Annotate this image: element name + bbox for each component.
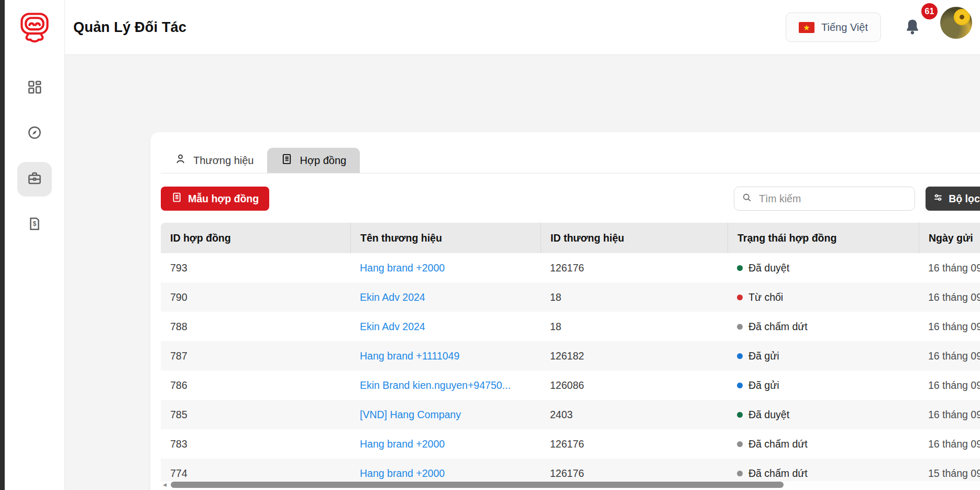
app-logo-robot-icon[interactable] [18, 10, 51, 45]
sidebar-item-billing[interactable]: $ [17, 208, 52, 242]
topbar: Quản Lý Đối Tác ★ Tiếng Việt 61 [65, 0, 980, 55]
cell-status: Đã duyệt [728, 409, 919, 421]
status-label: Từ chối [748, 291, 783, 303]
cell-sent-date: 16 tháng 09, 20 [919, 409, 980, 421]
status-dot-icon [737, 441, 743, 447]
window-edge-strip [0, 0, 5, 490]
brand-link[interactable]: [VND] Hang Company [360, 409, 461, 420]
filter-button[interactable]: Bộ lọc [926, 187, 980, 211]
horizontal-scrollbar-thumb[interactable] [171, 482, 784, 488]
contract-document-icon [281, 153, 293, 168]
col-header-brand-name: Tên thương hiệu [350, 223, 541, 253]
status-dot-icon [737, 324, 743, 330]
brand-link[interactable]: Hang brand +2000 [360, 438, 445, 450]
cell-status: Từ chối [728, 291, 919, 303]
cell-contract-id: 785 [161, 409, 350, 421]
sidebar-item-explore[interactable] [17, 116, 52, 151]
brand-link[interactable]: Ekin Brand kien.nguyen+94750... [360, 379, 511, 391]
table-row[interactable]: 786 Ekin Brand kien.nguyen+94750... 1260… [161, 371, 980, 400]
status-label: Đã chấm dứt [748, 467, 808, 480]
user-avatar[interactable] [940, 7, 972, 39]
brand-link[interactable]: Hang brand +1111049 [360, 350, 459, 362]
status-dot-icon [737, 265, 743, 271]
vietnam-flag-icon: ★ [799, 22, 814, 33]
table-row[interactable]: 774 Hang brand +2000 126176 Đã chấm dứt … [161, 459, 980, 482]
contract-template-button[interactable]: Mẫu hợp đồng [161, 187, 269, 211]
status-dot-icon [737, 471, 743, 476]
sidebar-item-dashboard[interactable] [17, 71, 52, 105]
person-icon [174, 153, 186, 168]
cell-status: Đã chấm dứt [728, 321, 919, 333]
cell-contract-id: 786 [161, 379, 350, 391]
status-label: Đã duyệt [748, 409, 789, 421]
table-row[interactable]: 787 Hang brand +1111049 126182 Đã gửi 16… [161, 341, 980, 371]
cell-sent-date: 16 tháng 09, 20 [919, 438, 980, 450]
status-label: Đã chấm dứt [748, 438, 808, 450]
cell-contract-id: 790 [161, 291, 350, 303]
cell-contract-id: 783 [161, 438, 350, 450]
cell-brand-id: 2403 [541, 409, 728, 421]
content-background: Thương hiệu Hợp đồng [65, 55, 980, 490]
sidebar: $ [5, 0, 65, 490]
briefcase-icon [27, 170, 42, 188]
contract-template-button-label: Mẫu hợp đồng [188, 193, 259, 205]
tab-brands[interactable]: Thương hiệu [161, 148, 267, 173]
table-row[interactable]: 790 Ekin Adv 2024 18 Từ chối 16 tháng 09… [161, 282, 980, 312]
tabs-row: Thương hiệu Hợp đồng [161, 148, 980, 173]
col-header-brand-id: ID thương hiệu [541, 223, 728, 253]
status-dot-icon [737, 353, 743, 359]
status-label: Đã duyệt [748, 262, 789, 274]
cell-sent-date: 15 tháng 09, 20 [919, 467, 980, 480]
notification-count-badge: 61 [920, 2, 939, 21]
table-row[interactable]: 783 Hang brand +2000 126176 Đã chấm dứt … [161, 429, 980, 459]
status-dot-icon [737, 295, 743, 300]
scroll-left-arrow-icon[interactable]: ◀ [163, 482, 167, 488]
search-icon [742, 192, 752, 205]
dashboard-grid-icon [27, 79, 42, 97]
tab-contracts[interactable]: Hợp đồng [267, 148, 360, 173]
cell-brand-id: 18 [541, 321, 728, 333]
cell-brand-name: Hang brand +2000 [350, 467, 541, 480]
table-row[interactable]: 785 [VND] Hang Company 2403 Đã duyệt 16 … [161, 400, 980, 429]
cell-brand-name: Ekin Brand kien.nguyen+94750... [350, 379, 541, 391]
cell-contract-id: 793 [161, 262, 350, 274]
compass-icon [27, 125, 42, 143]
filter-button-label: Bộ lọc [949, 193, 980, 205]
language-label: Tiếng Việt [821, 21, 868, 34]
search-input[interactable] [758, 192, 907, 205]
cell-status: Đã chấm dứt [728, 438, 919, 450]
cell-brand-id: 126176 [541, 438, 728, 450]
status-label: Đã gửi [748, 350, 779, 362]
table-row[interactable]: 793 Hang brand +2000 126176 Đã duyệt 16 … [161, 253, 980, 282]
brand-link[interactable]: Ekin Adv 2024 [360, 321, 425, 332]
table-header-row: ID hợp đồng Tên thương hiệu ID thương hi… [161, 223, 980, 253]
cell-status: Đã duyệt [728, 262, 919, 274]
cell-brand-name: Hang brand +2000 [350, 438, 541, 450]
cell-sent-date: 16 tháng 09, 20 [919, 321, 980, 333]
status-label: Đã gửi [748, 379, 779, 391]
app-window: $ Quản Lý Đối Tác ★ Tiếng Việt 61 [0, 0, 980, 490]
cell-status: Đã chấm dứt [728, 467, 919, 480]
language-selector-button[interactable]: ★ Tiếng Việt [786, 13, 881, 42]
brand-link[interactable]: Hang brand +2000 [360, 262, 445, 274]
cell-sent-date: 16 tháng 09, 20 [919, 291, 980, 303]
status-dot-icon [737, 383, 743, 388]
invoice-dollar-icon: $ [27, 216, 42, 234]
cell-brand-id: 126086 [541, 379, 728, 391]
cell-contract-id: 787 [161, 350, 350, 362]
table-row[interactable]: 788 Ekin Adv 2024 18 Đã chấm dứt 16 thán… [161, 312, 980, 341]
brand-link[interactable]: Ekin Adv 2024 [360, 291, 425, 303]
cell-brand-id: 18 [541, 291, 728, 303]
tab-brands-label: Thương hiệu [193, 155, 254, 167]
cell-brand-id: 126176 [541, 262, 728, 274]
status-label: Đã chấm dứt [748, 321, 808, 333]
sidebar-nav: $ [5, 71, 64, 242]
horizontal-scrollbar[interactable]: ◀ ▶ [162, 481, 980, 489]
contract-document-icon [171, 192, 182, 205]
brand-link[interactable]: Hang brand +2000 [360, 467, 445, 479]
cell-contract-id: 774 [161, 467, 350, 480]
col-header-contract-id: ID hợp đồng [161, 223, 350, 253]
cell-sent-date: 16 tháng 09, 20 [919, 350, 980, 362]
notifications-bell-icon[interactable] [904, 17, 924, 40]
sidebar-item-partners[interactable] [17, 162, 52, 197]
